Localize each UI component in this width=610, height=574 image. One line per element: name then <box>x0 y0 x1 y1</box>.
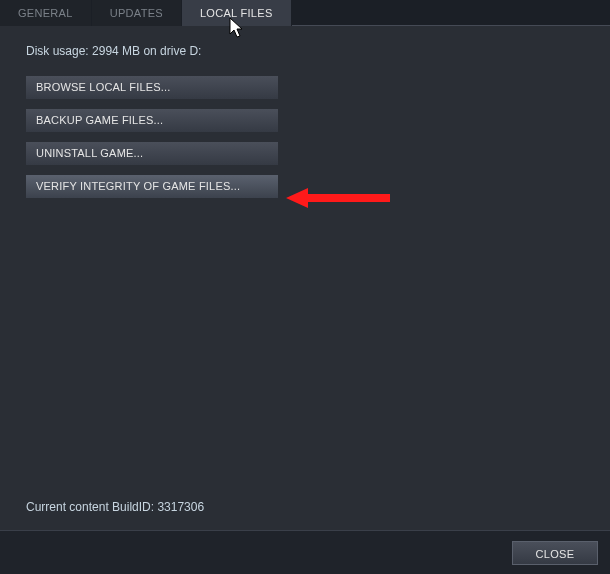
tab-general[interactable]: GENERAL <box>0 0 92 26</box>
backup-game-files-button[interactable]: BACKUP GAME FILES... <box>26 109 278 132</box>
footer: CLOSE <box>0 530 610 574</box>
verify-integrity-button[interactable]: VERIFY INTEGRITY OF GAME FILES... <box>26 175 278 198</box>
tab-local-files[interactable]: LOCAL FILES <box>182 0 292 26</box>
close-button[interactable]: CLOSE <box>512 541 598 565</box>
tab-updates[interactable]: UPDATES <box>92 0 182 26</box>
browse-local-files-button[interactable]: BROWSE LOCAL FILES... <box>26 76 278 99</box>
tab-bar: GENERAL UPDATES LOCAL FILES <box>0 0 610 26</box>
build-id-label: Current content BuildID: 3317306 <box>26 500 204 514</box>
disk-usage-label: Disk usage: 2994 MB on drive D: <box>26 44 584 58</box>
tab-content: Disk usage: 2994 MB on drive D: BROWSE L… <box>0 26 610 226</box>
uninstall-game-button[interactable]: UNINSTALL GAME... <box>26 142 278 165</box>
